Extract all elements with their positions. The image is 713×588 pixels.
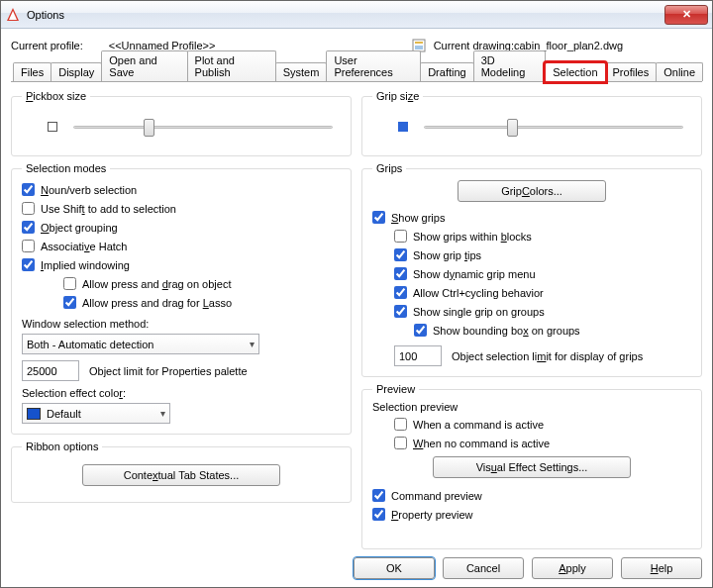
window-selection-method-dropdown[interactable]: Both - Automatic detection ▾ — [22, 334, 259, 354]
show-grips-label: Show grips — [391, 212, 445, 224]
use-shift-label: Use Shift to add to selection — [41, 203, 176, 215]
dynamic-grip-menu-checkbox[interactable] — [394, 267, 407, 280]
grip-display-limit-input[interactable] — [394, 345, 442, 366]
grip-tips-checkbox[interactable] — [394, 248, 407, 261]
grip-size-legend: Grip size — [372, 90, 423, 102]
allow-press-drag-lasso-checkbox[interactable] — [63, 296, 76, 309]
chevron-down-icon: ▾ — [250, 339, 255, 349]
contextual-tab-states-button[interactable]: Contextual Tab States... — [82, 464, 280, 486]
help-button[interactable]: Help — [621, 557, 702, 579]
current-profile-label: Current profile: — [11, 40, 83, 51]
tab-online[interactable]: Online — [656, 62, 703, 81]
command-preview-checkbox[interactable] — [372, 489, 385, 502]
bounding-box-label: Show bounding box on groups — [433, 325, 580, 337]
selection-effect-color-dropdown[interactable]: Default ▾ — [22, 403, 170, 424]
tab-profiles[interactable]: Profiles — [605, 62, 658, 81]
object-limit-label: Object limit for Properties palette — [89, 365, 248, 377]
right-column: Grip size Grips Grip Colors... Show grip… — [361, 90, 702, 549]
tab-system[interactable]: System — [275, 62, 328, 81]
close-icon: ✕ — [682, 8, 691, 21]
allow-press-drag-object-checkbox[interactable] — [63, 277, 76, 290]
pickbox-slider[interactable] — [73, 118, 333, 136]
single-grip-groups-label: Show single grip on groups — [413, 306, 545, 318]
titlebar[interactable]: Options ✕ — [1, 1, 712, 29]
tab-plot-and-publish[interactable]: Plot and Publish — [187, 50, 276, 81]
ctrl-cycling-label: Allow Ctrl+cycling behavior — [413, 287, 544, 299]
grips-group: Grips Grip Colors... Show grips Show gri… — [361, 162, 702, 377]
noun-verb-checkbox[interactable] — [22, 183, 35, 196]
object-grouping-label: Object grouping — [41, 222, 118, 234]
tab-body: Pickbox size Selection modes Noun/verb s… — [11, 82, 702, 549]
single-grip-groups-checkbox[interactable] — [394, 305, 407, 318]
apply-button[interactable]: Apply — [532, 557, 613, 579]
noun-verb-label: Noun/verb selection — [41, 184, 137, 196]
color-swatch-icon — [27, 408, 41, 420]
cancel-button[interactable]: Cancel — [443, 557, 524, 579]
grip-preview — [398, 122, 408, 132]
dynamic-grip-menu-label: Show dynamic grip menu — [413, 268, 536, 280]
when-command-active-label: When a command is active — [413, 419, 544, 431]
tab-selection[interactable]: Selection — [545, 62, 605, 82]
selection-preview-label: Selection preview — [372, 401, 691, 413]
close-button[interactable]: ✕ — [664, 5, 708, 25]
preview-group: Preview Selection preview When a command… — [361, 383, 702, 549]
tab-drafting[interactable]: Drafting — [420, 62, 474, 81]
tab-strip: Files Display Open and Save Plot and Pub… — [11, 60, 702, 82]
selection-effect-color-value: Default — [47, 408, 81, 420]
svg-rect-4 — [415, 46, 423, 49]
ribbon-options-legend: Ribbon options — [22, 441, 102, 452]
grip-display-limit-label: Object selection limit for display of gr… — [452, 350, 643, 362]
tab-files[interactable]: Files — [13, 62, 51, 81]
allow-press-drag-lasso-label: Allow press and drag for Lasso — [82, 297, 232, 309]
options-dialog: Options ✕ Current profile: <<Unnamed Pro… — [0, 0, 713, 588]
grips-within-blocks-label: Show grips within blocks — [413, 231, 532, 243]
grip-colors-button[interactable]: Grip Colors... — [458, 180, 606, 202]
bounding-box-checkbox[interactable] — [414, 324, 427, 337]
content-area: Current profile: <<Unnamed Profile>> Cur… — [1, 29, 712, 588]
tab-user-preferences[interactable]: User Preferences — [326, 50, 421, 81]
ok-button[interactable]: OK — [354, 557, 435, 579]
tab-display[interactable]: Display — [51, 62, 102, 81]
pickbox-size-legend: Pickbox size — [22, 90, 90, 102]
pickbox-preview — [48, 122, 57, 132]
implied-windowing-label: Implied windowing — [41, 259, 130, 271]
svg-rect-3 — [415, 42, 423, 44]
associative-hatch-checkbox[interactable] — [22, 240, 35, 252]
property-preview-checkbox[interactable] — [372, 508, 385, 521]
grip-size-group: Grip size — [361, 90, 702, 156]
implied-windowing-checkbox[interactable] — [22, 258, 35, 271]
window-selection-method-label: Window selection method: — [22, 318, 341, 330]
object-grouping-checkbox[interactable] — [22, 221, 35, 234]
window-title: Options — [27, 9, 664, 21]
pickbox-size-group: Pickbox size — [11, 90, 352, 156]
ctrl-cycling-checkbox[interactable] — [394, 286, 407, 299]
left-column: Pickbox size Selection modes Noun/verb s… — [11, 90, 352, 549]
show-grips-checkbox[interactable] — [372, 211, 385, 224]
chevron-down-icon: ▾ — [160, 408, 165, 419]
visual-effect-settings-button[interactable]: Visual Effect Settings... — [433, 456, 631, 478]
ribbon-options-group: Ribbon options Contextual Tab States... — [11, 441, 352, 503]
selection-modes-legend: Selection modes — [22, 162, 110, 174]
preview-legend: Preview — [372, 383, 419, 395]
command-preview-label: Command preview — [391, 490, 482, 502]
allow-press-drag-object-label: Allow press and drag on object — [82, 278, 231, 290]
when-command-active-checkbox[interactable] — [394, 418, 407, 431]
when-no-command-label: When no command is active — [413, 438, 550, 449]
use-shift-checkbox[interactable] — [22, 202, 35, 215]
property-preview-label: Property preview — [391, 509, 473, 521]
selection-effect-color-label: Selection effect color: — [22, 387, 341, 399]
tab-3d-modeling[interactable]: 3D Modeling — [473, 50, 547, 81]
grip-size-slider[interactable] — [424, 118, 683, 136]
grips-legend: Grips — [372, 162, 406, 174]
grip-tips-label: Show grip tips — [413, 249, 481, 261]
dialog-button-row: OK Cancel Apply Help — [11, 549, 702, 579]
when-no-command-checkbox[interactable] — [394, 437, 407, 449]
autocad-icon — [5, 7, 21, 23]
selection-modes-group: Selection modes Noun/verb selection Use … — [11, 162, 352, 435]
grips-within-blocks-checkbox[interactable] — [394, 230, 407, 243]
window-selection-method-value: Both - Automatic detection — [27, 339, 153, 350]
associative-hatch-label: Associative Hatch — [41, 241, 127, 252]
object-limit-input[interactable] — [22, 360, 79, 381]
tab-open-and-save[interactable]: Open and Save — [101, 50, 187, 81]
